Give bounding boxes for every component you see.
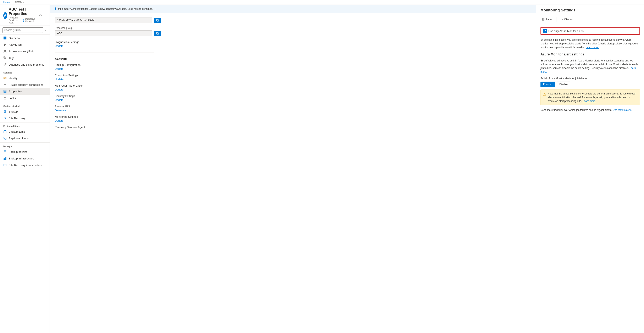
- policy-icon: [3, 150, 7, 153]
- info-banner-text: Multi-User Authorization for Backup is n…: [58, 8, 156, 10]
- recovery-agent-title: Recovery Services Agent: [55, 126, 531, 129]
- azure-monitor-description: By selecting this option, you are consen…: [540, 38, 640, 49]
- sidebar-item-activity-log[interactable]: Activity log: [0, 41, 50, 48]
- sidebar-label-overview: Overview: [9, 37, 20, 40]
- svg-rect-3: [5, 38, 6, 40]
- section-label-settings: Settings: [0, 69, 50, 75]
- toolbar-separator: [556, 18, 556, 22]
- section-divider-1: [55, 53, 154, 53]
- sidebar-item-site-recovery[interactable]: Site Recovery: [0, 115, 50, 121]
- sidebar-label-backup-policies: Backup policies: [9, 150, 28, 153]
- svg-rect-27: [4, 159, 4, 160]
- discard-icon: ✕: [561, 18, 564, 21]
- sidebar-item-replicated-items[interactable]: Replicated items: [0, 135, 50, 142]
- favorite-icon[interactable]: ☆: [39, 14, 42, 18]
- sidebar-item-locks[interactable]: Locks: [0, 95, 50, 101]
- sidebar-header: A ABCTest | Properties Recovery Services…: [0, 5, 50, 26]
- sidebar-label-properties: Properties: [9, 90, 22, 93]
- sidebar-label-locks: Locks: [9, 97, 16, 100]
- vault-icon: A: [3, 12, 7, 19]
- copy-resource-id-button[interactable]: [154, 18, 161, 23]
- sidebar-label-activity-log: Activity log: [9, 43, 22, 46]
- section-label-manage: Manage: [0, 142, 50, 148]
- sidebar-item-backup-infrastructure[interactable]: Backup Infrastructure: [0, 155, 50, 162]
- lock2-icon: [3, 96, 7, 100]
- encryption-update-link[interactable]: Update: [55, 78, 64, 81]
- monitoring-panel-content: Use only Azure Monitor alerts By selecti…: [536, 24, 644, 115]
- collapse-sidebar-button[interactable]: «: [44, 29, 47, 32]
- sidebar: A ABCTest | Properties Recovery Services…: [0, 5, 50, 333]
- sidebar-label-backup: Backup: [9, 110, 18, 113]
- diagnostics-title: Diagnostics Settings: [55, 41, 531, 44]
- monitoring-panel-title: Monitoring Settings: [540, 8, 640, 13]
- sidebar-item-overview[interactable]: Overview: [0, 35, 50, 41]
- security-pin-title: Security PIN: [55, 105, 531, 108]
- sidebar-label-site-recovery: Site Recovery: [9, 117, 26, 120]
- center-panel: ℹ Multi-User Authorization for Backup is…: [50, 5, 536, 333]
- sidebar-item-private-endpoint[interactable]: Private endpoint connections: [0, 81, 50, 88]
- sidebar-item-tags[interactable]: Tags: [0, 55, 50, 61]
- svg-rect-28: [4, 158, 6, 160]
- encryption-section: Encryption Settings Update: [55, 74, 531, 81]
- sidebar-subtitle: Recovery Services vault i Directory: Mic…: [9, 17, 36, 24]
- wrench-icon: [3, 63, 7, 66]
- svg-point-8: [4, 57, 4, 58]
- flexibility-text: Need more flexibility over which job fai…: [540, 109, 640, 112]
- properties-icon: [3, 90, 7, 93]
- security-pin-section: Security PIN Generate: [55, 105, 531, 112]
- disable-button[interactable]: Disable: [557, 82, 570, 87]
- resource-id-input: 123abc-123abc-123abc-123abc: [55, 17, 152, 23]
- search-input[interactable]: [2, 28, 43, 33]
- learn-more-1-link[interactable]: Learn more.: [586, 46, 599, 49]
- lock-icon: [3, 83, 7, 86]
- use-azure-monitor-row[interactable]: Use only Azure Monitor alerts: [540, 27, 640, 35]
- sidebar-item-backup-policies[interactable]: Backup policies: [0, 148, 50, 155]
- copy-resource-group-button[interactable]: [154, 31, 161, 36]
- resource-id-value: 123abc-123abc-123abc-123abc: [57, 19, 95, 22]
- security-settings-update-link[interactable]: Update: [55, 98, 64, 102]
- info-banner[interactable]: ℹ Multi-User Authorization for Backup is…: [50, 5, 536, 13]
- monitoring-update-link[interactable]: Update: [55, 119, 64, 122]
- sidebar-item-site-recovery-infra[interactable]: Site Recovery infrastructure: [0, 162, 50, 168]
- built-in-label: Built-in Azure Monitor alerts for job fa…: [540, 77, 640, 80]
- learn-more-3-link[interactable]: Learn more.: [582, 100, 596, 103]
- multi-user-title: Multi-User Authorization: [55, 84, 531, 87]
- replicated-icon: [3, 137, 7, 140]
- site-recovery-icon: [3, 117, 7, 120]
- svg-rect-32: [157, 20, 158, 21]
- sidebar-item-properties[interactable]: Properties: [0, 88, 50, 95]
- sidebar-item-access-control[interactable]: Access control (IAM): [0, 48, 50, 55]
- sidebar-item-backup-items[interactable]: Backup items: [0, 128, 50, 135]
- alert-settings-title: Azure Monitor alert settings: [540, 53, 640, 56]
- monitoring-settings-panel: Monitoring Settings Save ✕ Discard Use o…: [536, 5, 644, 333]
- multi-user-section: Multi-User Authorization Update: [55, 84, 531, 91]
- sidebar-item-diagnose[interactable]: Diagnose and solve problems: [0, 61, 50, 68]
- diagnostics-update-link[interactable]: Update: [55, 45, 64, 48]
- properties-content: 123abc-123abc-123abc-123abc Resource gro…: [50, 13, 536, 136]
- multi-user-update-link[interactable]: Update: [55, 88, 64, 91]
- breadcrumb-home[interactable]: Home: [3, 1, 10, 4]
- monitoring-section: Monitoring Settings Update: [55, 115, 531, 122]
- person-lock-icon: [3, 50, 7, 53]
- sidebar-item-backup[interactable]: Backup: [0, 108, 50, 115]
- more-icon[interactable]: ···: [44, 14, 46, 18]
- svg-rect-4: [4, 44, 6, 44]
- svg-rect-0: [4, 37, 5, 38]
- warning-icon: ⚠: [543, 92, 546, 103]
- use-metric-alerts-link[interactable]: Use metric alerts: [613, 109, 632, 112]
- sidebar-label-site-recovery-infra: Site Recovery infrastructure: [9, 164, 42, 167]
- sidebar-item-identity[interactable]: Identity: [0, 75, 50, 81]
- toggle-row: Enabled Disable: [540, 82, 640, 87]
- sidebar-label-replicated-items: Replicated items: [9, 137, 29, 140]
- enabled-button[interactable]: Enabled: [540, 82, 555, 87]
- sidebar-label-diagnose: Diagnose and solve problems: [9, 63, 44, 66]
- discard-button[interactable]: ✕ Discard: [560, 17, 575, 22]
- sidebar-label-backup-infrastructure: Backup Infrastructure: [9, 157, 34, 160]
- discard-label: Discard: [564, 18, 574, 21]
- backup-config-update-link[interactable]: Update: [55, 67, 64, 70]
- save-button[interactable]: Save: [540, 17, 553, 22]
- infra-icon: [3, 157, 7, 160]
- svg-rect-2: [4, 38, 5, 40]
- security-pin-generate-link[interactable]: Generate: [55, 109, 66, 112]
- azure-monitor-checkbox[interactable]: [544, 29, 547, 33]
